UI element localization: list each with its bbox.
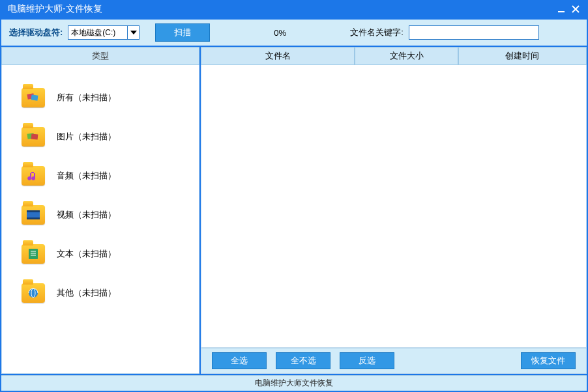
category-label: 视频（未扫描） bbox=[57, 209, 116, 221]
category-audio[interactable]: 音频（未扫描） bbox=[22, 156, 199, 195]
window-title: 电脑维护大师-文件恢复 bbox=[8, 3, 554, 15]
drive-select-input[interactable] bbox=[68, 28, 127, 37]
folder-other-icon bbox=[22, 283, 45, 303]
category-pane: 类型 所有（未扫描） 图片（未扫描） 音频（未扫描） 视频（未扫描） bbox=[1, 47, 199, 374]
scan-button[interactable]: 扫描 bbox=[155, 23, 210, 42]
col-filename[interactable]: 文件名 bbox=[201, 47, 355, 65]
recover-button[interactable]: 恢复文件 bbox=[521, 352, 576, 369]
category-video[interactable]: 视频（未扫描） bbox=[22, 195, 199, 234]
file-pane: 文件名 文件大小 创建时间 全选 全不选 反选 恢复文件 bbox=[201, 47, 587, 374]
category-text[interactable]: 文本（未扫描） bbox=[22, 234, 199, 273]
titlebar: 电脑维护大师-文件恢复 bbox=[0, 0, 588, 18]
folder-all-icon bbox=[22, 88, 45, 107]
category-image[interactable]: 图片（未扫描） bbox=[22, 117, 199, 156]
keyword-input[interactable] bbox=[409, 25, 539, 40]
folder-image-icon bbox=[22, 127, 45, 147]
category-label: 其他（未扫描） bbox=[57, 287, 116, 299]
statusbar: 电脑维护大师文件恢复 bbox=[1, 375, 587, 391]
col-createtime[interactable]: 创建时间 bbox=[458, 47, 587, 65]
minimize-button[interactable] bbox=[554, 2, 568, 16]
select-all-button[interactable]: 全选 bbox=[212, 352, 267, 369]
close-button[interactable] bbox=[568, 2, 583, 16]
select-none-button[interactable]: 全不选 bbox=[276, 352, 331, 369]
action-bar: 全选 全不选 反选 恢复文件 bbox=[201, 348, 587, 374]
svg-rect-10 bbox=[27, 217, 40, 219]
table-header: 文件名 文件大小 创建时间 bbox=[201, 47, 587, 65]
drive-label: 选择驱动盘符: bbox=[9, 27, 63, 38]
category-all[interactable]: 所有（未扫描） bbox=[22, 78, 199, 117]
folder-video-icon bbox=[22, 205, 45, 225]
drive-select[interactable] bbox=[68, 25, 140, 40]
category-label: 所有（未扫描） bbox=[57, 92, 116, 104]
svg-rect-11 bbox=[29, 249, 38, 259]
keyword-label: 文件名关键字: bbox=[350, 27, 404, 38]
svg-rect-5 bbox=[31, 94, 38, 100]
invert-button[interactable]: 反选 bbox=[340, 352, 394, 369]
folder-text-icon bbox=[22, 244, 45, 264]
chevron-down-icon[interactable] bbox=[127, 26, 139, 39]
category-list: 所有（未扫描） 图片（未扫描） 音频（未扫描） 视频（未扫描） 文本（未扫描） bbox=[1, 65, 199, 374]
svg-marker-3 bbox=[130, 31, 137, 35]
category-label: 图片（未扫描） bbox=[57, 131, 116, 143]
category-header: 类型 bbox=[1, 47, 199, 65]
svg-rect-7 bbox=[31, 133, 38, 139]
toolbar: 选择驱动盘符: 扫描 0% 文件名关键字: bbox=[1, 20, 587, 46]
category-label: 文本（未扫描） bbox=[57, 248, 116, 260]
col-filesize[interactable]: 文件大小 bbox=[355, 47, 458, 65]
folder-audio-icon bbox=[22, 166, 45, 186]
category-label: 音频（未扫描） bbox=[57, 170, 116, 182]
progress-text: 0% bbox=[274, 28, 286, 38]
svg-rect-9 bbox=[27, 210, 40, 212]
table-body bbox=[201, 65, 587, 348]
category-other[interactable]: 其他（未扫描） bbox=[22, 273, 199, 313]
